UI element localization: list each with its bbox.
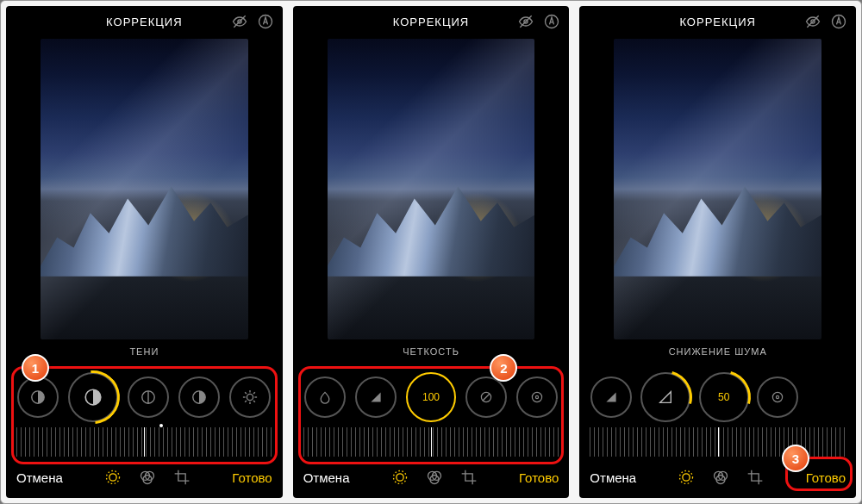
bottom-bar: Отмена Готово [579,457,856,498]
dial-row: 100 [293,367,570,427]
svg-point-28 [397,474,403,481]
visibility-off-icon[interactable] [231,13,248,30]
slider-scale[interactable] [303,427,559,457]
svg-point-39 [680,471,693,484]
done-button[interactable]: Готово [519,470,559,485]
dial-1[interactable] [17,376,59,418]
svg-point-29 [393,471,406,484]
done-button[interactable]: Готово [806,470,846,485]
param-label: ЧЕТКОСТЬ [293,346,570,367]
step-badge-3: 3 [782,445,809,472]
svg-point-37 [777,395,779,398]
photo-preview[interactable] [41,39,248,339]
dial-2[interactable] [355,376,397,418]
svg-point-27 [535,395,538,398]
dial-1[interactable] [304,376,346,418]
adjust-tab-icon[interactable] [104,469,122,486]
svg-point-36 [773,392,783,401]
svg-point-26 [532,392,541,401]
visibility-off-icon[interactable] [804,13,821,30]
markup-icon[interactable] [257,13,274,30]
top-bar: КОРРЕКЦИЯ [293,6,570,37]
dial-row [6,367,283,427]
markup-icon[interactable] [830,13,847,30]
tab-title: КОРРЕКЦИЯ [679,16,755,28]
screen-1: КОРРЕКЦИЯ ТЕНИ Отмена Готов [6,6,283,498]
svg-point-38 [683,474,690,481]
svg-line-14 [245,401,247,402]
svg-point-7 [247,394,253,400]
svg-point-16 [109,474,116,481]
stage: КОРРЕКЦИЯ ТЕНИ Отмена Готов [0,0,862,504]
svg-line-25 [483,394,490,401]
cancel-button[interactable]: Отмена [590,470,636,485]
slider-scale[interactable] [16,427,272,457]
screen-3: КОРРЕКЦИЯ СНИЖЕНИЕ ШУМА 50 Отмена Г [579,6,856,498]
dial-3-active[interactable]: 50 [699,372,749,422]
dial-value: 100 [422,391,440,403]
crop-tab-icon[interactable] [173,469,191,486]
filters-tab-icon[interactable] [426,469,443,486]
tab-title: КОРРЕКЦИЯ [106,16,182,28]
done-button[interactable]: Готово [232,470,272,485]
dial-4[interactable] [465,376,507,418]
param-label: СНИЖЕНИЕ ШУМА [579,346,856,367]
svg-line-15 [253,392,255,394]
crop-tab-icon[interactable] [460,469,478,486]
dial-3[interactable] [128,376,169,418]
screen-2: КОРРЕКЦИЯ ЧЕТКОСТЬ 100 Отмена Готов [293,6,570,498]
dial-5[interactable] [229,376,271,418]
bottom-bar: Отмена Готово [293,457,570,498]
svg-line-12 [245,392,247,394]
cancel-button[interactable]: Отмена [16,470,63,485]
markup-icon[interactable] [543,13,560,30]
top-bar: КОРРЕКЦИЯ [6,6,283,37]
adjust-tab-icon[interactable] [391,469,409,486]
svg-line-13 [253,401,255,402]
dial-2-active[interactable] [68,372,118,422]
photo-preview[interactable] [328,39,535,339]
dial-5[interactable] [516,376,558,418]
filters-tab-icon[interactable] [712,469,729,486]
dial-4[interactable] [178,376,220,418]
adjust-tab-icon[interactable] [678,469,695,486]
cancel-button[interactable]: Отмена [303,470,350,485]
top-bar: КОРРЕКЦИЯ [579,6,856,37]
dial-3-active[interactable]: 100 [406,372,456,422]
dial-1[interactable] [590,376,632,418]
bottom-bar: Отмена Готово [6,457,283,498]
step-badge-1: 1 [22,354,49,382]
dial-2[interactable] [640,372,690,422]
filters-tab-icon[interactable] [139,469,156,486]
crop-tab-icon[interactable] [746,469,764,486]
tab-title: КОРРЕКЦИЯ [393,16,469,28]
visibility-off-icon[interactable] [517,13,534,30]
svg-point-17 [107,471,120,484]
photo-preview[interactable] [614,39,821,339]
dial-4[interactable] [757,376,798,418]
dial-row: 50 [579,367,856,427]
